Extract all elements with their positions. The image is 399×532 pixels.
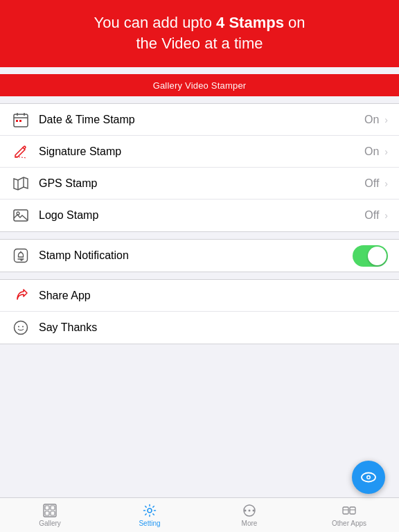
section-header: Gallery Video Stamper	[0, 74, 399, 96]
say-thanks-label: Say Thanks	[39, 321, 388, 334]
logo-stamp-value: Off	[364, 209, 379, 222]
svg-point-14	[22, 326, 24, 328]
svg-point-13	[18, 326, 19, 328]
logo-stamp-chevron: ›	[384, 210, 388, 221]
tab-bar: Gallery Setting More	[0, 497, 399, 532]
svg-rect-21	[45, 511, 49, 515]
gps-stamp-row[interactable]: GPS Stamp Off ›	[0, 168, 399, 200]
signature-stamp-row[interactable]: Signature Stamp On ›	[0, 136, 399, 168]
bell-icon	[11, 246, 30, 265]
gallery-tab-icon	[42, 503, 57, 518]
svg-point-17	[368, 477, 370, 479]
logo-stamp-label: Logo Stamp	[39, 209, 364, 222]
svg-rect-20	[51, 506, 55, 510]
svg-point-24	[245, 510, 247, 512]
other-apps-tab-label: Other Apps	[332, 520, 366, 527]
share-icon	[11, 286, 30, 305]
image-icon	[11, 206, 30, 225]
stamp-notification-label: Stamp Notification	[39, 249, 353, 262]
header-text: You can add upto 4 Stamps onthe Video at…	[17, 12, 382, 53]
tab-other-apps[interactable]: Other Apps	[299, 498, 399, 532]
gps-stamp-label: GPS Stamp	[39, 177, 364, 190]
svg-point-25	[249, 510, 251, 512]
date-time-stamp-row[interactable]: Date & Time Stamp On ›	[0, 104, 399, 136]
gps-stamp-value: Off	[364, 177, 379, 190]
calendar-icon	[11, 110, 30, 130]
header-banner: You can add upto 4 Stamps onthe Video at…	[0, 0, 399, 67]
svg-point-23	[148, 508, 152, 513]
actions-group: Share App Say Thanks	[0, 279, 399, 344]
svg-rect-5	[19, 120, 21, 122]
svg-point-12	[15, 321, 28, 335]
other-apps-tab-icon	[342, 503, 357, 518]
fab-eye-button[interactable]	[352, 461, 385, 494]
signature-stamp-label: Signature Stamp	[39, 145, 364, 158]
more-tab-label: More	[242, 520, 258, 527]
date-time-stamp-chevron: ›	[384, 114, 388, 125]
date-time-stamp-label: Date & Time Stamp	[39, 114, 364, 126]
pencil-icon	[11, 142, 30, 161]
svg-rect-19	[45, 506, 49, 510]
tab-more[interactable]: More	[200, 498, 299, 532]
smiley-icon	[11, 318, 30, 337]
stamp-notification-row[interactable]: Stamp Notification	[0, 240, 399, 272]
setting-tab-label: Setting	[139, 520, 160, 527]
setting-tab-icon	[142, 503, 157, 518]
svg-point-26	[253, 510, 255, 512]
say-thanks-row[interactable]: Say Thanks	[0, 312, 399, 344]
section-title: Gallery Video Stamper	[153, 80, 247, 91]
map-icon	[11, 174, 30, 193]
svg-rect-29	[350, 507, 355, 514]
signature-stamp-value: On	[364, 145, 379, 158]
svg-rect-28	[343, 507, 348, 514]
toggle-knob	[368, 247, 387, 265]
stamp-notification-toggle[interactable]	[353, 245, 388, 267]
notification-group: Stamp Notification	[0, 239, 399, 272]
more-tab-icon	[242, 503, 257, 518]
svg-rect-4	[16, 120, 18, 122]
gallery-tab-label: Gallery	[39, 520, 61, 527]
tab-setting[interactable]: Setting	[100, 498, 200, 532]
share-app-label: Share App	[39, 290, 388, 302]
share-app-row[interactable]: Share App	[0, 280, 399, 312]
tab-gallery[interactable]: Gallery	[0, 498, 100, 532]
gps-stamp-chevron: ›	[384, 178, 388, 189]
svg-point-10	[17, 212, 19, 215]
stamps-group: Date & Time Stamp On › Signature Stamp O…	[0, 103, 399, 232]
logo-stamp-row[interactable]: Logo Stamp Off ›	[0, 200, 399, 231]
svg-rect-22	[51, 511, 55, 515]
signature-stamp-chevron: ›	[384, 146, 388, 157]
svg-rect-9	[14, 210, 28, 221]
date-time-stamp-value: On	[364, 114, 379, 126]
